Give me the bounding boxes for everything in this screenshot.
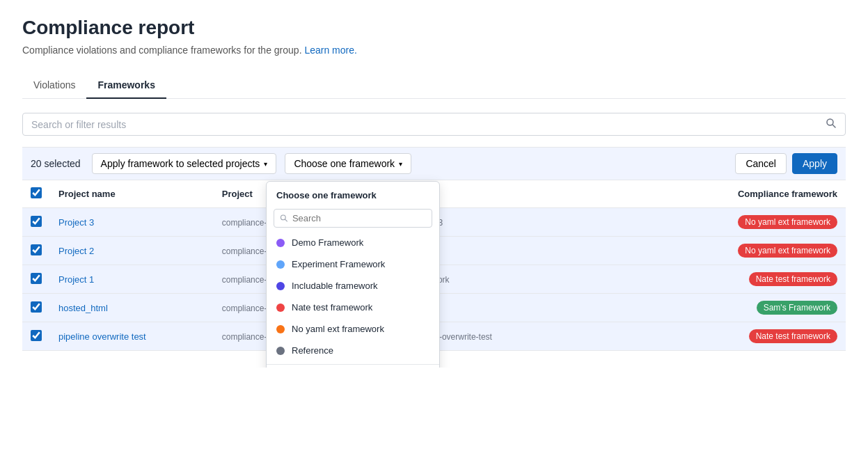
cancel-button[interactable]: Cancel bbox=[735, 153, 787, 174]
dropdown-title: Choose one framework bbox=[267, 182, 439, 205]
row-checkbox[interactable] bbox=[31, 301, 42, 313]
tab-bar: Violations Frameworks bbox=[22, 72, 846, 99]
tab-frameworks[interactable]: Frameworks bbox=[86, 72, 166, 99]
framework-label-noyaml: No yaml ext framework bbox=[292, 324, 384, 334]
compliance-badge: Nate test framework bbox=[749, 329, 837, 343]
search-bar bbox=[22, 113, 846, 136]
choose-framework-dropdown[interactable]: Choose one framework ▾ bbox=[285, 153, 411, 174]
framework-option-nate[interactable]: Nate test framework bbox=[267, 297, 439, 318]
apply-framework-dropdown[interactable]: Apply framework to selected projects ▾ bbox=[92, 153, 277, 174]
project-name-cell: pipeline overwrite test bbox=[50, 322, 214, 351]
row-checkbox[interactable] bbox=[31, 330, 42, 341]
dropdown-items-list: Demo Framework Experiment Framework Incl… bbox=[267, 232, 439, 361]
compliance-cell: Nate test framework bbox=[663, 322, 846, 351]
th-project-name: Project name bbox=[50, 180, 214, 208]
tab-violations[interactable]: Violations bbox=[22, 72, 86, 99]
project-link[interactable]: pipeline overwrite test bbox=[58, 331, 146, 342]
compliance-cell: Sam's Framework bbox=[663, 294, 846, 322]
framework-option-experiment[interactable]: Experiment Framework bbox=[267, 253, 439, 275]
chevron-down-icon: ▾ bbox=[264, 160, 267, 168]
framework-label-includable: Includable framework bbox=[292, 281, 378, 291]
framework-color-nate bbox=[276, 304, 285, 312]
framework-option-includable[interactable]: Includable framework bbox=[267, 275, 439, 297]
framework-label-demo: Demo Framework bbox=[292, 237, 363, 248]
action-buttons: Cancel Apply bbox=[735, 153, 837, 174]
framework-color-experiment bbox=[276, 260, 285, 269]
svg-point-2 bbox=[281, 215, 285, 220]
apply-framework-label: Apply framework to selected projects bbox=[101, 158, 260, 169]
project-link[interactable]: Project 3 bbox=[58, 217, 94, 228]
compliance-cell: No yaml ext framework bbox=[663, 208, 846, 237]
framework-color-demo bbox=[276, 239, 285, 247]
search-icon bbox=[826, 118, 837, 131]
project-name-cell: Project 1 bbox=[50, 265, 214, 294]
framework-dropdown-panel: Choose one framework Demo Framework Expe… bbox=[266, 181, 440, 368]
chevron-down-icon-2: ▾ bbox=[399, 160, 402, 168]
svg-line-1 bbox=[833, 125, 836, 128]
row-checkbox-cell bbox=[22, 208, 50, 237]
toolbar: 20 selected Apply framework to selected … bbox=[22, 147, 846, 180]
row-checkbox-cell bbox=[22, 322, 50, 351]
framework-option-noyaml[interactable]: No yaml ext framework bbox=[267, 318, 439, 340]
framework-color-reference bbox=[276, 347, 285, 355]
compliance-badge: Nate test framework bbox=[749, 272, 837, 286]
dropdown-search-bar bbox=[274, 209, 432, 228]
framework-color-noyaml bbox=[276, 325, 285, 333]
search-input[interactable] bbox=[31, 119, 826, 130]
dropdown-divider bbox=[267, 364, 439, 365]
framework-option-demo[interactable]: Demo Framework bbox=[267, 232, 439, 253]
row-checkbox-cell bbox=[22, 237, 50, 265]
compliance-badge: No yaml ext framework bbox=[738, 215, 837, 229]
th-compliance-framework: Compliance framework bbox=[663, 180, 846, 208]
page-subtitle: Compliance violations and compliance fra… bbox=[22, 45, 846, 56]
apply-button[interactable]: Apply bbox=[792, 153, 837, 174]
compliance-cell: No yaml ext framework bbox=[663, 237, 846, 265]
svg-line-3 bbox=[285, 219, 287, 221]
framework-label-nate: Nate test framework bbox=[292, 302, 372, 313]
framework-label-reference: Reference bbox=[292, 345, 333, 356]
project-link[interactable]: Project 1 bbox=[58, 274, 94, 285]
framework-label-experiment: Experiment Framework bbox=[292, 259, 385, 269]
compliance-badge: No yaml ext framework bbox=[738, 244, 837, 258]
subtitle-text: Compliance violations and compliance fra… bbox=[22, 45, 302, 56]
compliance-cell: Nate test framework bbox=[663, 265, 846, 294]
choose-framework-label: Choose one framework bbox=[294, 158, 395, 169]
compliance-badge: Sam's Framework bbox=[757, 301, 837, 315]
project-link[interactable]: hosted_html bbox=[58, 303, 108, 313]
row-checkbox[interactable] bbox=[31, 273, 42, 284]
svg-point-0 bbox=[827, 119, 833, 125]
selected-count: 20 selected bbox=[31, 158, 81, 169]
select-all-checkbox[interactable] bbox=[31, 187, 42, 198]
row-checkbox[interactable] bbox=[31, 244, 42, 255]
row-checkbox-cell bbox=[22, 265, 50, 294]
project-name-cell: Project 2 bbox=[50, 237, 214, 265]
framework-color-includable bbox=[276, 282, 285, 290]
project-link[interactable]: Project 2 bbox=[58, 246, 94, 256]
learn-more-link[interactable]: Learn more. bbox=[304, 45, 356, 56]
project-name-cell: hosted_html bbox=[50, 294, 214, 322]
dropdown-search-icon bbox=[280, 214, 288, 223]
row-checkbox-cell bbox=[22, 294, 50, 322]
th-select-all bbox=[22, 180, 50, 208]
framework-option-reference[interactable]: Reference bbox=[267, 340, 439, 361]
row-checkbox[interactable] bbox=[31, 216, 42, 227]
page-title: Compliance report bbox=[22, 17, 846, 39]
project-name-cell: Project 3 bbox=[50, 208, 214, 237]
dropdown-search-input[interactable] bbox=[292, 213, 426, 223]
